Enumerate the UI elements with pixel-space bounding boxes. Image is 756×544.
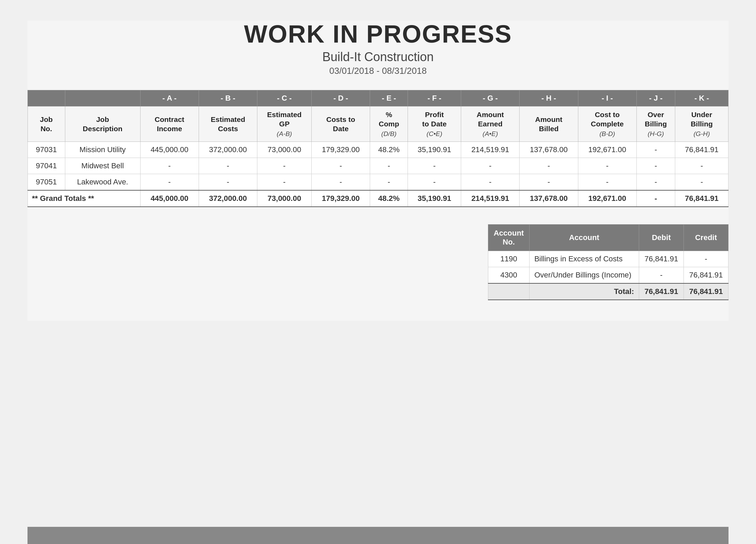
- total-credit: 76,841.91: [683, 283, 728, 300]
- report-title: WORK IN PROGRESS: [27, 21, 729, 48]
- est-costs: -: [199, 158, 257, 174]
- grand-total-label: ** Grand Totals **: [28, 190, 141, 207]
- cost-to-complete: -: [578, 158, 636, 174]
- debit: -: [639, 267, 683, 284]
- over-billing: -: [636, 158, 675, 174]
- col-letter-g: - G -: [461, 90, 520, 106]
- col-header-over-billing: OverBilling(H-G): [636, 106, 675, 142]
- total-label: Total:: [529, 283, 639, 300]
- under-billing: -: [675, 174, 729, 191]
- cost-to-complete: -: [578, 174, 636, 191]
- amount-billed: 137,678.00: [520, 142, 578, 158]
- pct-comp: -: [370, 158, 408, 174]
- gt-est-gp: 73,000.00: [257, 190, 312, 207]
- wip-table: - A - - B - - C - - D - - E - - F - - G …: [27, 90, 729, 207]
- page-container: WORK IN PROGRESS Build-It Construction 0…: [27, 21, 729, 321]
- total-debit: 76,841.91: [639, 283, 683, 300]
- contract-income: -: [140, 158, 199, 174]
- est-costs: 372,000.00: [199, 142, 257, 158]
- col-debit: Debit: [639, 225, 683, 251]
- under-billing: 76,841.91: [675, 142, 729, 158]
- gt-over-billing: -: [636, 190, 675, 207]
- col-letter-f: - F -: [408, 90, 461, 106]
- amount-billed: -: [520, 158, 578, 174]
- col-account: Account: [529, 225, 639, 251]
- col-header-pct-comp: %Comp(D/B): [370, 106, 408, 142]
- credit: 76,841.91: [683, 267, 728, 284]
- table-row: 97051 Lakewood Ave. - - - - - - - - - - …: [28, 174, 729, 191]
- col-header-contract-income: ContractIncome: [140, 106, 199, 142]
- col-header-amount-earned: AmountEarned(A•E): [461, 106, 520, 142]
- account-row: 4300 Over/Under Billings (Income) - 76,8…: [488, 267, 729, 284]
- account-name: Over/Under Billings (Income): [529, 267, 639, 284]
- col-letter-j: - J -: [636, 90, 675, 106]
- account-section: AccountNo. Account Debit Credit 1190 Bil…: [27, 224, 729, 300]
- job-desc: Midwest Bell: [65, 158, 140, 174]
- col-acct-no: AccountNo.: [488, 225, 530, 251]
- column-header-row: JobNo. JobDescription ContractIncome Est…: [28, 106, 729, 142]
- gt-est-costs: 372,000.00: [199, 190, 257, 207]
- col-header-profit-to-date: Profitto Date(C•E): [408, 106, 461, 142]
- col-letter-b: - B -: [199, 90, 257, 106]
- over-billing: -: [636, 142, 675, 158]
- col-letter-empty1: [28, 90, 65, 106]
- costs-to-date: 179,329.00: [311, 142, 370, 158]
- amount-billed: -: [520, 174, 578, 191]
- credit: -: [683, 251, 728, 267]
- gt-amount-billed: 137,678.00: [520, 190, 578, 207]
- grand-total-row: ** Grand Totals ** 445,000.00 372,000.00…: [28, 190, 729, 207]
- gt-contract-income: 445,000.00: [140, 190, 199, 207]
- pct-comp: 48.2%: [370, 142, 408, 158]
- column-letter-row: - A - - B - - C - - D - - E - - F - - G …: [28, 90, 729, 106]
- est-costs: -: [199, 174, 257, 191]
- acct-no: 1190: [488, 251, 530, 267]
- costs-to-date: -: [311, 174, 370, 191]
- table-row: 97041 Midwest Bell - - - - - - - - - - -: [28, 158, 729, 174]
- job-no: 97041: [28, 158, 65, 174]
- account-header-row: AccountNo. Account Debit Credit: [488, 225, 729, 251]
- col-header-est-gp: EstimatedGP(A-B): [257, 106, 312, 142]
- company-name: Build-It Construction: [27, 50, 729, 64]
- date-range: 03/01/2018 - 08/31/2018: [27, 66, 729, 76]
- account-row: 1190 Billings in Excess of Costs 76,841.…: [488, 251, 729, 267]
- gt-profit-to-date: 35,190.91: [408, 190, 461, 207]
- col-credit: Credit: [683, 225, 728, 251]
- col-letter-a: - A -: [140, 90, 199, 106]
- col-letter-k: - K -: [675, 90, 729, 106]
- job-no: 97051: [28, 174, 65, 191]
- acct-no: 4300: [488, 267, 530, 284]
- total-empty1: [488, 283, 530, 300]
- account-total-row: Total: 76,841.91 76,841.91: [488, 283, 729, 300]
- gt-under-billing: 76,841.91: [675, 190, 729, 207]
- table-row: 97031 Mission Utility 445,000.00 372,000…: [28, 142, 729, 158]
- amount-earned: 214,519.91: [461, 142, 520, 158]
- cost-to-complete: 192,671.00: [578, 142, 636, 158]
- contract-income: 445,000.00: [140, 142, 199, 158]
- costs-to-date: -: [311, 158, 370, 174]
- col-header-cost-to-complete: Cost toComplete(B-D): [578, 106, 636, 142]
- col-header-job-no: JobNo.: [28, 106, 65, 142]
- job-desc: Lakewood Ave.: [65, 174, 140, 191]
- col-letter-c: - C -: [257, 90, 312, 106]
- over-billing: -: [636, 174, 675, 191]
- gt-costs-to-date: 179,329.00: [311, 190, 370, 207]
- report-header: WORK IN PROGRESS Build-It Construction 0…: [27, 21, 729, 76]
- amount-earned: -: [461, 174, 520, 191]
- col-letter-e: - E -: [370, 90, 408, 106]
- gt-pct-comp: 48.2%: [370, 190, 408, 207]
- col-header-amount-billed: AmountBilled: [520, 106, 578, 142]
- col-header-under-billing: UnderBilling(G-H): [675, 106, 729, 142]
- debit: 76,841.91: [639, 251, 683, 267]
- col-letter-d: - D -: [311, 90, 370, 106]
- est-gp: -: [257, 174, 312, 191]
- job-no: 97031: [28, 142, 65, 158]
- profit-to-date: -: [408, 158, 461, 174]
- under-billing: -: [675, 158, 729, 174]
- gt-cost-to-complete: 192,671.00: [578, 190, 636, 207]
- est-gp: 73,000.00: [257, 142, 312, 158]
- contract-income: -: [140, 174, 199, 191]
- profit-to-date: -: [408, 174, 461, 191]
- footer-bar: [27, 527, 729, 544]
- job-desc: Mission Utility: [65, 142, 140, 158]
- account-table: AccountNo. Account Debit Credit 1190 Bil…: [488, 224, 729, 300]
